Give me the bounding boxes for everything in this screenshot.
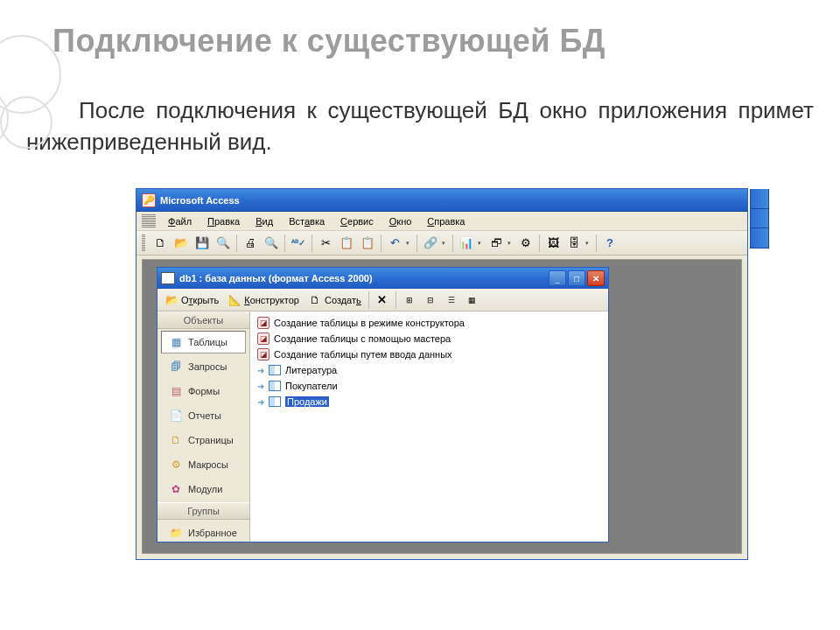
nav-item-страницы[interactable]: 🗋Страницы <box>161 429 246 452</box>
wizard-item[interactable]: ◪Создание таблицы в режиме конструктора <box>252 315 606 331</box>
print-icon[interactable]: 🖨 <box>241 234 260 253</box>
nav-item-label: Макросы <box>188 459 228 470</box>
link-arrow-icon: ➜ <box>257 382 264 391</box>
details-view-icon[interactable]: ▦ <box>463 290 482 310</box>
wizard-icon: ◪ <box>257 317 270 329</box>
list-view-icon[interactable]: ☰ <box>442 290 461 310</box>
nav-item-label: Запросы <box>188 361 227 372</box>
table-icon <box>269 396 281 407</box>
groups-section-header: Группы <box>158 502 249 520</box>
relationships-icon[interactable]: 🗗 <box>486 234 506 253</box>
properties-icon[interactable]: 🖼 <box>543 234 563 253</box>
copy-icon[interactable]: 📋 <box>337 234 356 253</box>
floater-btn[interactable] <box>751 189 768 209</box>
nav-icon: ▤ <box>169 384 183 398</box>
table-item[interactable]: ➜Покупатели <box>252 378 606 394</box>
floater-btn[interactable] <box>751 228 768 248</box>
open-folder-icon[interactable]: 📂 <box>172 234 191 253</box>
database-toolbar: 📂Открыть 📐Конструктор 🗋Создать ✕ ⊞ ⊟ ☰ ▦ <box>158 289 608 312</box>
toolbar-grip[interactable] <box>142 234 145 252</box>
app-titlebar[interactable]: 🔑 Microsoft Access <box>136 189 747 212</box>
maximize-button[interactable]: □ <box>568 270 585 286</box>
menu-edit[interactable]: Правка <box>200 214 247 228</box>
print-preview-icon[interactable]: 🔍 <box>262 234 281 253</box>
database-window: ≡ db1 : база данных (формат Access 2000)… <box>157 267 609 542</box>
undo-dropdown[interactable]: ▾ <box>406 240 413 247</box>
new-icon: 🗋 <box>308 293 322 307</box>
menu-view[interactable]: Вид <box>248 214 280 228</box>
list-item-label: Литература <box>285 365 337 375</box>
menubar: Файл Правка Вид Вставка Сервис Окно Спра… <box>136 212 747 231</box>
nav-item-формы[interactable]: ▤Формы <box>161 380 246 402</box>
spellcheck-icon[interactable]: ᴬᴮ✓ <box>289 234 308 253</box>
list-item-label: Продажи <box>285 396 329 407</box>
mdi-client-area: ≡ db1 : база данных (формат Access 2000)… <box>142 259 742 554</box>
cut-icon[interactable]: ✂ <box>316 234 335 253</box>
menu-insert[interactable]: Вставка <box>282 214 332 228</box>
nav-item-запросы[interactable]: 🗐Запросы <box>161 355 246 378</box>
table-item[interactable]: ➜Литература <box>252 362 606 378</box>
links-dropdown[interactable]: ▾ <box>442 240 449 247</box>
save-icon[interactable]: 💾 <box>192 234 212 253</box>
nav-item-label: Избранное <box>188 528 237 538</box>
nav-item-таблицы[interactable]: ▦Таблицы <box>161 331 246 354</box>
list-item-label: Создание таблицы в режиме конструктора <box>274 318 465 328</box>
menu-window[interactable]: Окно <box>382 214 419 228</box>
nav-item-label: Таблицы <box>188 337 228 347</box>
menubar-grip[interactable] <box>142 214 156 228</box>
wizard-icon: ◪ <box>257 348 270 360</box>
floater-btn[interactable] <box>751 209 768 229</box>
new-doc-icon[interactable]: 🗋 <box>150 234 170 253</box>
database-window-titlebar[interactable]: ≡ db1 : база данных (формат Access 2000)… <box>158 268 608 289</box>
main-toolbar: 🗋 📂 💾 🔍 🖨 🔍 ᴬᴮ✓ ✂ 📋 📋 ↶ ▾ 🔗 ▾ 📊 ▾ 🗗 ▾ ⚙ … <box>136 231 747 256</box>
delete-icon[interactable]: ✕ <box>373 290 392 310</box>
nav-icon: 📄 <box>169 409 183 423</box>
nav-item-label: Формы <box>188 386 220 396</box>
wizard-item[interactable]: ◪Создание таблицы путем ввода данных <box>252 346 606 362</box>
analyze-icon[interactable]: 📊 <box>457 234 476 253</box>
table-icon <box>269 365 281 375</box>
analyze-dropdown[interactable]: ▾ <box>478 240 485 247</box>
menu-help[interactable]: Справка <box>420 214 472 228</box>
menu-tools[interactable]: Сервис <box>333 214 381 228</box>
db-tool-icon[interactable]: 🗄 <box>564 234 584 253</box>
code-icon[interactable]: ⚙ <box>516 234 536 253</box>
undo-icon[interactable]: ↶ <box>385 234 404 253</box>
favorites-icon: 📁 <box>169 526 183 540</box>
wizard-item[interactable]: ◪Создание таблицы с помощью мастера <box>252 331 606 346</box>
paste-icon[interactable]: 📋 <box>358 234 377 253</box>
nav-favorites[interactable]: 📁 Избранное <box>161 522 246 542</box>
nav-icon: ⚙ <box>169 458 183 472</box>
small-icons-view-icon[interactable]: ⊟ <box>421 290 440 310</box>
search-folder-icon[interactable]: 🔍 <box>214 234 233 253</box>
nav-item-отчеты[interactable]: 📄Отчеты <box>161 404 246 427</box>
object-list-panel[interactable]: ◪Создание таблицы в режиме конструктора◪… <box>250 312 608 542</box>
access-app-icon: 🔑 <box>142 193 156 207</box>
help-icon[interactable]: ? <box>600 234 620 253</box>
nav-item-модули[interactable]: ✿Модули <box>161 478 246 500</box>
access-app-window: 🔑 Microsoft Access Файл Правка Вид Встав… <box>136 188 748 560</box>
slide-body: После подключения к существующей БД окно… <box>0 60 840 158</box>
decorative-circles <box>0 35 88 175</box>
nav-item-макросы[interactable]: ⚙Макросы <box>161 453 246 476</box>
large-icons-view-icon[interactable]: ⊞ <box>400 290 419 310</box>
office-links-icon[interactable]: 🔗 <box>421 234 440 253</box>
menu-file[interactable]: Файл <box>161 214 199 228</box>
app-title-text: Microsoft Access <box>160 195 240 206</box>
open-button[interactable]: 📂Открыть <box>161 291 222 309</box>
nav-item-label: Страницы <box>188 435 234 445</box>
link-arrow-icon: ➜ <box>257 397 264 407</box>
link-arrow-icon: ➜ <box>257 366 264 375</box>
objects-section-header: Объекты <box>158 312 249 329</box>
objects-nav-panel: Объекты ▦Таблицы🗐Запросы▤Формы📄Отчеты🗋Ст… <box>158 312 250 542</box>
database-icon: ≡ <box>161 272 175 284</box>
db-dropdown[interactable]: ▾ <box>585 240 592 247</box>
nav-icon: 🗐 <box>169 360 183 374</box>
rel-dropdown[interactable]: ▾ <box>508 240 514 247</box>
table-item[interactable]: ➜Продажи <box>252 394 606 410</box>
close-button[interactable]: ✕ <box>587 270 605 286</box>
new-button[interactable]: 🗋Создать <box>304 291 365 309</box>
nav-item-label: Модули <box>188 484 222 494</box>
design-button[interactable]: 📐Конструктор <box>224 291 303 309</box>
minimize-button[interactable]: _ <box>549 270 566 286</box>
